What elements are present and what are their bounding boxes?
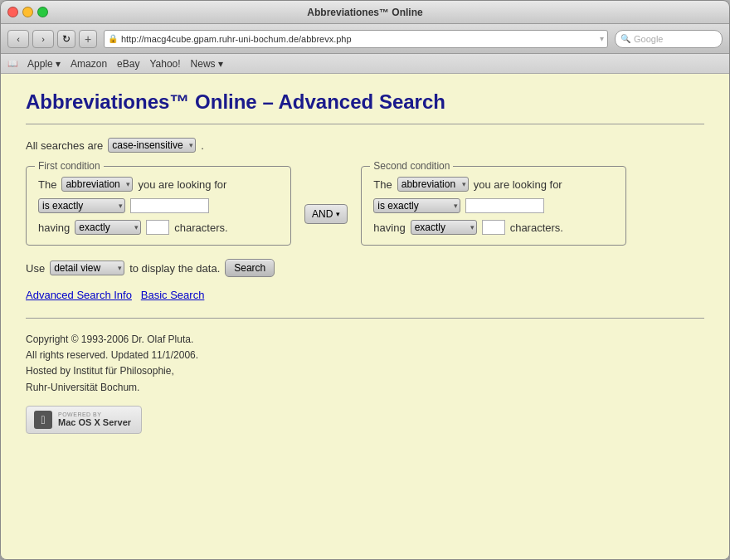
url-text: http://macg4cube.gpam.ruhr-uni-bochum.de… [121,34,352,44]
case-select[interactable]: case-insensitive case-sensitive [108,138,196,153]
first-chars-input[interactable] [146,220,169,235]
window-controls [7,7,48,17]
search-bar[interactable]: 🔍 Google [615,30,723,48]
hosted-line: Hosted by Institut für Philosophie, [26,363,704,379]
second-having-select-wrapper: exactly at least at most [411,220,477,235]
case-label: All searches are [26,139,103,152]
second-condition-legend: Second condition [370,160,453,172]
second-looking-for-label: you are looking for [474,178,562,191]
first-field-select-wrapper: abbreviation expansion [61,177,133,192]
basic-search-link[interactable]: Basic Search [141,289,205,301]
first-search-input[interactable] [130,198,209,213]
second-having-select[interactable]: exactly at least at most [411,220,477,235]
search-button[interactable]: Search [225,259,275,277]
title-bar: Abbreviationes™ Online [1,1,729,24]
use-label: Use [26,262,45,275]
advanced-search-info-link[interactable]: Advanced Search Info [26,289,132,301]
sidebar-item-yahoo[interactable]: Yahoo! [149,58,180,70]
second-condition-field-row: The abbreviation expansion you are looki… [373,177,614,192]
sidebar-item-news[interactable]: News ▾ [191,58,223,70]
add-tab-button[interactable]: + [79,30,97,48]
second-condition-box: Second condition The abbreviation expans… [361,166,626,246]
reload-button[interactable]: ↻ [57,30,75,48]
second-having-label: having [373,222,405,234]
page-title: Abbreviationes™ Online – Advanced Search [26,90,704,114]
footer-text: Copyright © 1993-2006 Dr. Olaf Pluta. Al… [26,332,704,396]
conditions-row: First condition The abbreviation expansi… [26,166,704,246]
second-search-input[interactable] [465,198,544,213]
copyright-line: Copyright © 1993-2006 Dr. Olaf Pluta. [26,332,704,348]
second-the-label: The [373,178,392,191]
search-placeholder: Google [634,34,663,44]
first-condition-box: First condition The abbreviation expansi… [26,166,291,246]
first-is-select-wrapper: is exactly starts with ends with contain… [38,198,125,213]
sidebar-item-apple[interactable]: Apple ▾ [27,58,61,70]
second-is-select[interactable]: is exactly starts with ends with contain… [373,198,460,213]
first-is-select[interactable]: is exactly starts with ends with contain… [38,198,125,213]
minimize-button[interactable] [22,7,33,17]
powered-by-label: POWERED BY [58,411,131,417]
close-button[interactable] [7,7,18,17]
first-the-label: The [38,178,56,191]
case-select-wrapper: case-insensitive case-sensitive [108,138,196,153]
and-dropdown-icon: ▾ [336,210,340,218]
first-condition-having-row: having exactly at least at most characte… [38,220,279,235]
view-select-wrapper: detail view list view [50,261,124,275]
first-having-select-wrapper: exactly at least at most [75,220,141,235]
title-divider [26,124,704,124]
page-content: Abbreviationes™ Online – Advanced Search… [1,74,729,559]
university-line: Ruhr-Universität Bochum. [26,380,704,396]
first-having-label: having [38,222,70,234]
case-sensitivity-row: All searches are case-insensitive case-s… [26,138,704,153]
footer-divider [26,318,704,319]
second-field-select-wrapper: abbreviation expansion [397,177,469,192]
sidebar-item-ebay[interactable]: eBay [117,58,139,70]
display-row: Use detail view list view to display the… [26,259,704,277]
sidebar-item-amazon[interactable]: Amazon [71,58,107,70]
view-select[interactable]: detail view list view [50,261,124,275]
back-button[interactable]: ‹ [7,30,29,48]
bookmarks-bar: 📖 Apple ▾ Amazon eBay Yahoo! News ▾ [1,54,729,74]
rights-line: All rights reserved. Updated 11/1/2006. [26,348,704,363]
search-icon: 🔍 [620,34,630,43]
address-dropdown-arrow: ▾ [600,34,604,43]
and-label: AND [312,208,333,220]
first-looking-for-label: you are looking for [138,178,226,191]
first-characters-label: characters. [174,222,227,234]
macos-text-group: POWERED BY Mac OS X Server [58,411,131,427]
second-condition-having-row: having exactly at least at most characte… [373,220,614,235]
macos-badge:  POWERED BY Mac OS X Server [26,406,142,434]
macos-icon:  [33,410,53,430]
first-condition-field-row: The abbreviation expansion you are looki… [38,177,279,192]
browser-window: Abbreviationes™ Online ‹ › ↻ + 🔒 http://… [0,0,730,560]
first-having-select[interactable]: exactly at least at most [75,220,141,235]
second-is-select-wrapper: is exactly starts with ends with contain… [373,198,460,213]
first-condition-is-row: is exactly starts with ends with contain… [38,198,279,213]
second-condition-is-row: is exactly starts with ends with contain… [373,198,614,213]
second-field-select[interactable]: abbreviation expansion [397,177,469,192]
and-button[interactable]: AND ▾ [304,204,348,224]
second-characters-label: characters. [510,222,563,234]
display-label: to display the data. [129,262,220,275]
first-condition-legend: First condition [35,160,104,172]
bookmarks-icon: 📖 [7,59,17,68]
secure-icon: 🔒 [108,34,118,43]
macos-server-label: Mac OS X Server [58,417,131,427]
maximize-button[interactable] [37,7,48,17]
first-field-select[interactable]: abbreviation expansion [61,177,133,192]
svg-text::  [41,413,45,426]
window-title: Abbreviationes™ Online [307,7,422,18]
address-bar[interactable]: 🔒 http://macg4cube.gpam.ruhr-uni-bochum.… [104,30,608,48]
links-row: Advanced Search Info Basic Search [26,289,704,301]
toolbar: ‹ › ↻ + 🔒 http://macg4cube.gpam.ruhr-uni… [1,24,729,54]
case-period: . [201,139,204,152]
second-chars-input[interactable] [482,220,505,235]
forward-button[interactable]: › [32,30,54,48]
